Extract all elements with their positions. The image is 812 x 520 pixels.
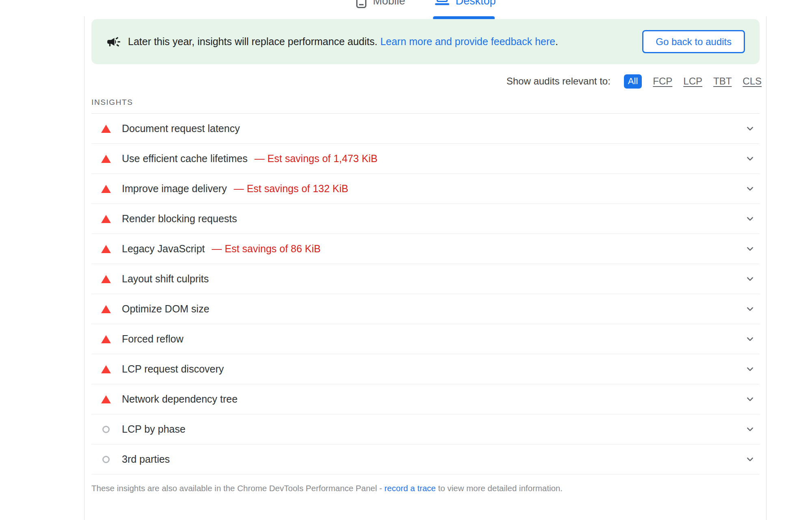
fail-triangle-icon bbox=[101, 125, 111, 133]
chevron-down-icon[interactable] bbox=[745, 364, 756, 375]
fail-triangle-icon bbox=[101, 185, 111, 193]
row-status-icon bbox=[101, 456, 111, 463]
row-status-icon bbox=[101, 426, 111, 433]
insight-row[interactable]: 3rd parties bbox=[91, 444, 760, 474]
banner-message: Later this year, insights will replace p… bbox=[128, 36, 558, 48]
tab-desktop-label: Desktop bbox=[456, 0, 496, 7]
fail-triangle-icon bbox=[101, 305, 111, 313]
banner-message-text: Later this year, insights will replace p… bbox=[128, 36, 377, 47]
filter-label: Show audits relevant to: bbox=[507, 76, 611, 87]
row-status-icon bbox=[101, 245, 111, 253]
desktop-laptop-icon bbox=[435, 0, 450, 8]
footnote-pre: These insights are also available in the… bbox=[91, 483, 384, 493]
insight-title: Optimize DOM size bbox=[122, 303, 209, 315]
chevron-down-icon[interactable] bbox=[745, 273, 756, 284]
content-left-border bbox=[84, 16, 84, 520]
insight-row[interactable]: Render blocking requests bbox=[91, 204, 760, 234]
tab-mobile[interactable]: Mobile bbox=[356, 0, 405, 10]
insight-row[interactable]: Improve image delivery — Est savings of … bbox=[91, 174, 760, 204]
insight-title: Use efficient cache lifetimes bbox=[122, 153, 247, 165]
filter-option-all[interactable]: All bbox=[624, 74, 642, 89]
row-status-icon bbox=[101, 215, 111, 223]
row-status-icon bbox=[101, 155, 111, 163]
insight-title: Legacy JavaScript bbox=[122, 243, 205, 255]
insight-title: Document request latency bbox=[122, 123, 240, 134]
chevron-down-icon[interactable] bbox=[745, 123, 756, 134]
chevron-down-icon[interactable] bbox=[745, 334, 756, 344]
filter-option-cls[interactable]: CLS bbox=[743, 76, 762, 87]
insight-title: Forced reflow bbox=[122, 333, 183, 345]
insight-title: Layout shift culprits bbox=[122, 273, 209, 285]
row-status-icon bbox=[101, 305, 111, 313]
insight-row[interactable]: Layout shift culprits bbox=[91, 264, 760, 294]
device-tabs: Mobile Desktop bbox=[356, 0, 496, 11]
fail-triangle-icon bbox=[101, 245, 111, 253]
record-a-trace-link[interactable]: record a trace bbox=[384, 483, 435, 493]
fail-triangle-icon bbox=[101, 395, 111, 403]
go-back-to-audits-button[interactable]: Go back to audits bbox=[642, 30, 745, 53]
neutral-circle-icon bbox=[102, 456, 110, 463]
insight-title: 3rd parties bbox=[122, 453, 170, 465]
audit-filter-bar: Show audits relevant to: AllFCPLCPTBTCLS bbox=[507, 73, 762, 89]
insight-row[interactable]: LCP by phase bbox=[91, 414, 760, 444]
insight-row[interactable]: Legacy JavaScript — Est savings of 86 Ki… bbox=[91, 234, 760, 264]
filter-option-tbt[interactable]: TBT bbox=[713, 76, 732, 87]
insight-row[interactable]: Document request latency bbox=[91, 114, 760, 144]
devtools-footnote: These insights are also available in the… bbox=[91, 483, 563, 493]
insight-title: Render blocking requests bbox=[122, 213, 237, 225]
fail-triangle-icon bbox=[101, 335, 111, 343]
insight-savings: — Est savings of 132 KiB bbox=[234, 183, 348, 195]
banner-message-period: . bbox=[555, 36, 558, 47]
chevron-down-icon[interactable] bbox=[745, 394, 756, 405]
fail-triangle-icon bbox=[101, 215, 111, 223]
insight-savings: — Est savings of 86 KiB bbox=[212, 243, 320, 255]
chevron-down-icon[interactable] bbox=[745, 153, 756, 164]
content-right-border bbox=[766, 16, 767, 520]
row-status-icon bbox=[101, 395, 111, 403]
insights-section: INSIGHTS Document request latency Use ef… bbox=[91, 98, 760, 474]
chevron-down-icon[interactable] bbox=[745, 424, 756, 435]
insights-announcement-banner: Later this year, insights will replace p… bbox=[91, 19, 760, 64]
row-status-icon bbox=[101, 335, 111, 343]
insight-savings: — Est savings of 1,473 KiB bbox=[254, 153, 377, 165]
chevron-down-icon[interactable] bbox=[745, 213, 756, 224]
row-status-icon bbox=[101, 365, 111, 373]
neutral-circle-icon bbox=[102, 426, 110, 433]
footnote-post: to view more detailed information. bbox=[436, 483, 563, 493]
tab-mobile-label: Mobile bbox=[373, 0, 405, 7]
row-status-icon bbox=[101, 125, 111, 133]
chevron-down-icon[interactable] bbox=[745, 454, 756, 465]
insight-row[interactable]: Use efficient cache lifetimes — Est savi… bbox=[91, 144, 760, 174]
chevron-down-icon[interactable] bbox=[745, 183, 756, 194]
chevron-down-icon[interactable] bbox=[745, 303, 756, 314]
fail-triangle-icon bbox=[101, 275, 111, 283]
insights-list: Document request latency Use efficient c… bbox=[91, 113, 760, 474]
fail-triangle-icon bbox=[101, 155, 111, 163]
insight-row[interactable]: Forced reflow bbox=[91, 324, 760, 354]
filter-option-fcp[interactable]: FCP bbox=[653, 76, 672, 87]
filter-option-lcp[interactable]: LCP bbox=[683, 76, 702, 87]
row-status-icon bbox=[101, 275, 111, 283]
insight-row[interactable]: Optimize DOM size bbox=[91, 294, 760, 324]
megaphone-icon bbox=[106, 34, 121, 50]
filter-options: AllFCPLCPTBTCLS bbox=[624, 74, 762, 89]
insight-title: LCP request discovery bbox=[122, 363, 224, 375]
insight-row[interactable]: Network dependency tree bbox=[91, 384, 760, 414]
fail-triangle-icon bbox=[101, 365, 111, 373]
chevron-down-icon[interactable] bbox=[745, 243, 756, 254]
insight-title: LCP by phase bbox=[122, 423, 186, 435]
mobile-phone-icon bbox=[356, 0, 367, 10]
row-status-icon bbox=[101, 185, 111, 193]
banner-feedback-link[interactable]: Learn more and provide feedback here bbox=[380, 36, 555, 47]
tab-desktop[interactable]: Desktop bbox=[435, 0, 496, 8]
insight-title: Improve image delivery bbox=[122, 183, 227, 195]
insight-title: Network dependency tree bbox=[122, 393, 238, 405]
insights-heading: INSIGHTS bbox=[91, 98, 760, 107]
insight-row[interactable]: LCP request discovery bbox=[91, 354, 760, 384]
